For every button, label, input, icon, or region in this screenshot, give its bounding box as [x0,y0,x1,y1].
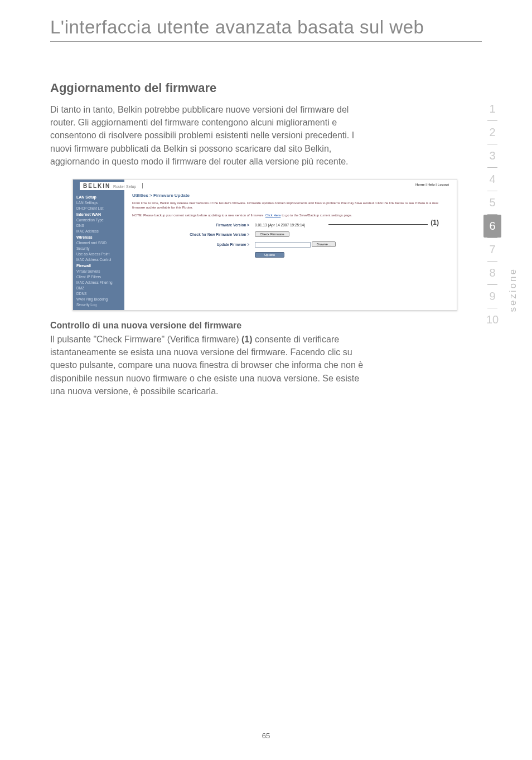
sidebar-item[interactable]: Virtual Servers [73,269,124,274]
check-firmware-button[interactable]: Check Firmware [255,231,289,237]
firmware-file-input[interactable] [255,242,311,248]
row-update-submit: Update [132,250,451,260]
nav-7[interactable]: 7 [483,238,501,261]
belkin-logo: BELKIN Router Setup [80,182,149,190]
nav-3[interactable]: 3 [483,144,501,167]
note-text-a: NOTE: Please backup your current setting… [132,214,264,217]
note-text-b: to go to the Save/Backup current setting… [282,214,352,217]
update-fw-label: Update Firmware > [132,243,255,246]
sub-text-a: Il pulsante "Check Firmware" (Verifica f… [50,335,241,344]
sidebar-item[interactable]: Use as Access Point [73,251,124,257]
intro-paragraph: Di tanto in tanto, Belkin potrebbe pubbl… [50,103,368,168]
row-update-firmware: Update Firmware > Browse... [132,239,451,249]
fw-version-value: 0.01.13 (Apr 14 2007 19:25:14) [255,223,305,227]
browse-button[interactable]: Browse... [312,241,336,247]
router-note: NOTE: Please backup your current setting… [132,214,451,221]
nav-10[interactable]: 10 [483,308,501,331]
vertical-section-label: sezione [507,268,519,312]
sidebar-group: Wireless [73,234,124,240]
router-header-links[interactable]: Home | Help | Logout [132,180,451,191]
router-sidebar: LAN Setup LAN Settings DHCP Client List … [73,180,124,310]
sidebar-group: Firewall [73,263,124,269]
check-fw-label: Check for New Firmware Version > [132,233,255,236]
sidebar-item[interactable]: DDNS [73,291,124,297]
page-number: 65 [0,732,532,740]
page-title: L'interfaccia utente avanzata basata sul… [0,0,532,41]
sidebar-item[interactable]: Security [73,246,124,251]
sidebar-item[interactable]: MAC Address Control [73,257,124,263]
router-pane-title: Utilities > Firmware Update [132,191,451,201]
sub-text-ref: (1) [241,335,253,344]
nav-5[interactable]: 5 [483,191,501,214]
router-desc: From time to time, Belkin may release ne… [132,201,451,214]
nav-2[interactable]: 2 [483,121,501,144]
section-heading: Aggiornamento del firmware [50,81,368,95]
sidebar-item[interactable]: Connection Type [73,217,124,223]
logo-subtitle: Router Setup [113,185,136,188]
sidebar-item[interactable]: WAN Ping Blocking [73,297,124,302]
nav-1[interactable]: 1 [483,98,501,120]
side-section-nav: 1 2 3 4 5 6 7 8 9 10 [483,98,501,331]
sidebar-item[interactable]: DMZ [73,285,124,291]
sidebar-group: Internet WAN [73,211,124,217]
sidebar-item[interactable]: DNS [73,223,124,229]
sidebar-item[interactable]: DHCP Client List [73,206,124,211]
row-firmware-version: Firmware Version > 0.01.13 (Apr 14 2007 … [132,221,451,229]
sidebar-item[interactable]: Client IP Filters [73,274,124,280]
router-main-pane: Home | Help | Logout Utilities > Firmwar… [124,180,457,310]
sidebar-item[interactable]: MAC Address [73,229,124,234]
note-click-here-link[interactable]: Click Here [265,214,281,217]
fw-version-label: Firmware Version > [132,223,255,227]
sub-paragraph: Il pulsante "Check Firmware" (Verifica f… [50,333,368,398]
callout-1: (1) [431,219,439,226]
sidebar-item[interactable]: MAC Address Filtering [73,280,124,285]
main-content: Aggiornamento del firmware Di tanto in t… [0,42,446,398]
logo-text: BELKIN [83,183,110,189]
router-screenshot: BELKIN Router Setup LAN Setup LAN Settin… [72,179,457,311]
nav-4[interactable]: 4 [483,168,501,191]
sidebar-item[interactable]: LAN Settings [73,200,124,206]
nav-6[interactable]: 6 [483,215,501,238]
nav-9[interactable]: 9 [483,285,501,308]
update-button[interactable]: Update [255,252,284,258]
row-check-firmware: Check for New Firmware Version > Check F… [132,229,451,239]
sidebar-group: LAN Setup [73,194,124,200]
callout-line [328,224,428,225]
nav-8[interactable]: 8 [483,262,501,284]
sidebar-item[interactable]: Channel and SSID [73,240,124,246]
sidebar-item[interactable]: Security Log [73,302,124,308]
sub-heading: Controllo di una nuova versione del firm… [50,321,368,331]
